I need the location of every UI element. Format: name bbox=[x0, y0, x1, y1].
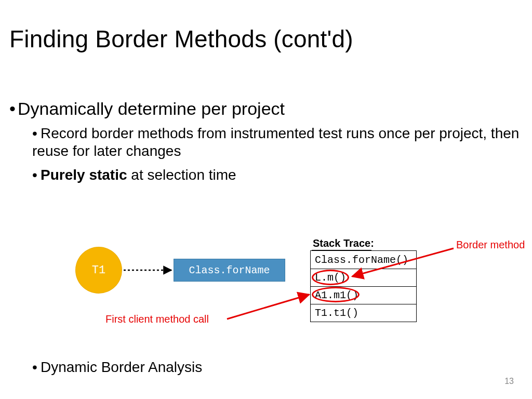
bullet-text: Record border methods from instrumented … bbox=[32, 125, 519, 159]
highlight-ellipse-lm bbox=[312, 270, 349, 285]
slide-title: Finding Border Methods (cont'd) bbox=[9, 25, 353, 53]
bullet-dot: • bbox=[9, 99, 18, 119]
stack-row: Class.forName() bbox=[311, 251, 416, 269]
highlight-ellipse-a1m1 bbox=[312, 287, 360, 302]
bullet-text-bold: Purely static bbox=[41, 167, 127, 183]
slide: Finding Border Methods (cont'd) •Dynamic… bbox=[0, 0, 532, 399]
bullet-l2-static: •Purely static at selection time bbox=[32, 166, 236, 184]
bullet-l1-dynamic: •Dynamically determine per project bbox=[9, 99, 285, 119]
stack-cell: T1.t1() bbox=[315, 307, 358, 319]
bullet-l2-record: •Record border methods from instrumented… bbox=[32, 125, 524, 160]
node-cfn-label: Class.forName bbox=[189, 264, 270, 276]
arrows-overlay bbox=[0, 0, 532, 399]
stack-row: T1.t1() bbox=[311, 304, 416, 322]
callout-first-client: First client method call bbox=[105, 313, 209, 325]
bullet-text: at selection time bbox=[127, 167, 236, 183]
bullet-dot: • bbox=[32, 166, 41, 184]
stack-trace-title: Stack Trace: bbox=[313, 237, 374, 249]
page-number: 13 bbox=[504, 377, 514, 386]
bullet-text: Dynamically determine per project bbox=[18, 99, 285, 118]
stack-cell: Class.forName() bbox=[315, 254, 408, 266]
node-t1-label: T1 bbox=[92, 264, 105, 277]
node-t1: T1 bbox=[75, 247, 122, 294]
bullet-text: Dynamic Border Analysis bbox=[41, 359, 202, 375]
arrow-first-client bbox=[227, 295, 309, 319]
bullet-dot: • bbox=[32, 125, 41, 142]
stack-trace-table: Class.forName() L.m() A1.m1() T1.t1() bbox=[310, 250, 417, 322]
callout-border-method: Border method bbox=[456, 239, 525, 251]
node-class-for-name: Class.forName bbox=[174, 259, 285, 282]
bullet-l2-dynamic-analysis: •Dynamic Border Analysis bbox=[32, 358, 202, 376]
bullet-dot: • bbox=[32, 358, 41, 376]
